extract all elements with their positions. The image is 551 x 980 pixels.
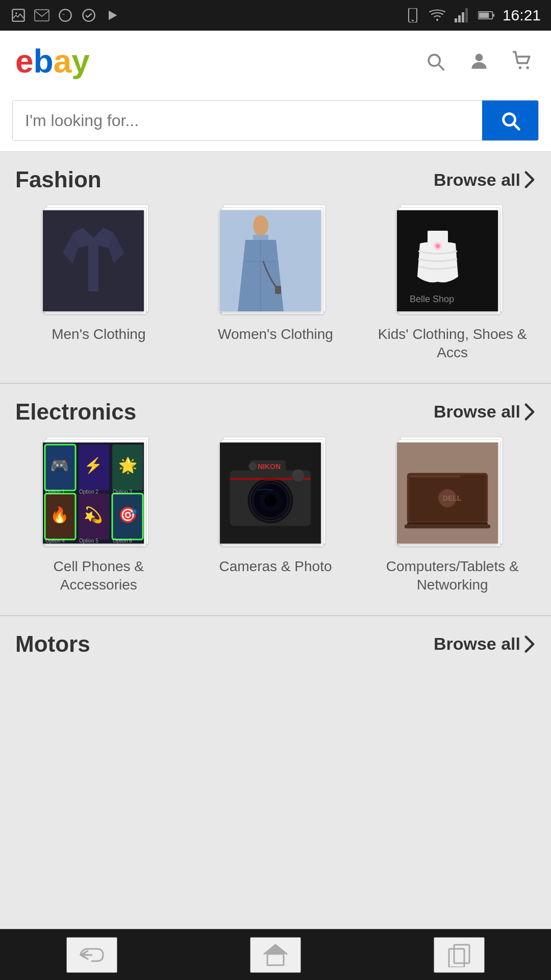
svg-point-71 [248, 462, 257, 470]
ebay-logo[interactable]: e b a y [15, 42, 90, 80]
motors-title: Motors [15, 631, 90, 657]
status-icons-left: " [10, 7, 120, 23]
recents-button[interactable] [434, 937, 485, 973]
svg-rect-10 [455, 18, 457, 22]
svg-text:Option 3: Option 3 [113, 489, 132, 495]
electronics-category-grid: 🎮 ⚡ 🌟 🔥 💫 🎯 Option 1 Option 2 Option 3 O… [0, 437, 551, 595]
cart-icon[interactable] [510, 48, 536, 74]
svg-text:🎯: 🎯 [118, 506, 138, 524]
search-input[interactable] [13, 101, 482, 140]
svg-text:💫: 💫 [84, 506, 103, 524]
category-cell-phones[interactable]: 🎮 ⚡ 🌟 🔥 💫 🎯 Option 1 Option 2 Option 3 O… [10, 437, 187, 595]
electronics-section-header: Electronics Browse all [0, 399, 551, 425]
svg-rect-29 [253, 235, 268, 240]
svg-rect-2 [35, 10, 49, 21]
svg-rect-16 [479, 13, 489, 18]
mens-shirt-image [43, 210, 144, 311]
motors-section-header: Motors Browse all [0, 631, 551, 657]
play-status-icon [104, 7, 120, 23]
phone-status-icon [405, 7, 421, 23]
quote-status-icon: " [57, 7, 73, 23]
svg-text:DELL: DELL [443, 494, 462, 502]
electronics-title: Electronics [15, 399, 136, 425]
bottom-nav [0, 929, 551, 980]
svg-text:Option 6: Option 6 [113, 538, 132, 544]
fashion-title: Fashion [15, 167, 102, 192]
svg-text:Option 5: Option 5 [79, 538, 98, 544]
cell-phones-stack: 🎮 ⚡ 🌟 🔥 💫 🎯 Option 1 Option 2 Option 3 O… [42, 437, 155, 549]
gmail-status-icon [34, 7, 50, 23]
electronics-section: Electronics Browse all [0, 384, 551, 610]
app-bar: e b a y [0, 31, 551, 92]
category-mens-clothing[interactable]: Men's Clothing [10, 205, 187, 362]
svg-text:🎮: 🎮 [50, 456, 69, 475]
svg-rect-82 [449, 949, 464, 967]
svg-rect-79 [405, 524, 490, 528]
cameras-label: Cameras & Photo [219, 557, 332, 576]
svg-point-1 [15, 12, 17, 14]
fashion-section: Fashion Browse all [0, 152, 551, 378]
search-container [0, 92, 551, 152]
svg-text:Belle Shop: Belle Shop [410, 294, 454, 304]
svg-point-70 [292, 469, 305, 481]
signal-status-icon [454, 7, 470, 23]
computers-stack: DELL [396, 437, 509, 549]
fashion-browse-all[interactable]: Browse all [434, 170, 536, 190]
womens-dress-image [220, 210, 321, 311]
search-button[interactable] [482, 101, 538, 140]
logo-a: a [54, 42, 72, 80]
search-bar[interactable] [12, 100, 539, 141]
status-bar: " [0, 0, 551, 31]
svg-marker-6 [109, 11, 117, 20]
laptop-image: DELL [397, 443, 498, 544]
svg-point-17 [475, 54, 483, 61]
svg-rect-12 [462, 12, 464, 22]
home-button[interactable] [250, 937, 301, 973]
svg-point-3 [59, 9, 71, 21]
motors-browse-all[interactable]: Browse all [434, 634, 536, 654]
svg-text:Option 1: Option 1 [45, 489, 65, 495]
battery-status-icon [478, 7, 494, 23]
svg-text:🔥: 🔥 [50, 506, 69, 524]
category-womens-clothing[interactable]: Women's Clothing [187, 205, 364, 362]
svg-text:🌟: 🌟 [118, 456, 138, 475]
app-bar-icons [422, 48, 536, 74]
kids-clothing-label: Kids' Clothing, Shoes & Accs [369, 325, 536, 362]
logo-y: y [71, 42, 90, 80]
category-kids-clothing[interactable]: Belle Shop Kids' Clothing, Shoes & Accs [364, 205, 541, 362]
cameras-stack: NIKON [219, 437, 332, 549]
svg-rect-0 [12, 9, 24, 21]
category-cameras[interactable]: NIKON [187, 437, 364, 595]
svg-text:": " [62, 12, 64, 19]
svg-rect-11 [458, 15, 461, 22]
kids-clothing-stack: Belle Shop [396, 205, 509, 317]
user-icon[interactable] [466, 48, 492, 74]
svg-rect-15 [493, 14, 494, 16]
svg-text:Option 2: Option 2 [79, 489, 98, 495]
womens-clothing-label: Women's Clothing [218, 325, 333, 344]
back-button[interactable] [66, 937, 117, 973]
mens-clothing-stack [42, 205, 155, 317]
logo-b: b [34, 42, 54, 80]
svg-point-37 [436, 244, 440, 248]
svg-text:NIKON: NIKON [258, 462, 281, 471]
womens-clothing-stack [219, 205, 332, 317]
kids-dress-image: Belle Shop [397, 210, 498, 311]
search-icon[interactable] [422, 48, 448, 74]
fashion-section-header: Fashion Browse all [0, 167, 551, 192]
computers-label: Computers/Tablets & Networking [369, 557, 536, 595]
cell-phones-label: Cell Phones & Accessories [15, 557, 182, 595]
svg-rect-80 [267, 954, 284, 965]
camera-image: NIKON [220, 443, 321, 544]
svg-point-28 [253, 215, 268, 236]
svg-point-19 [526, 66, 529, 69]
category-computers[interactable]: DELL Computers/Tablets & Networking [364, 437, 541, 595]
electronics-browse-all[interactable]: Browse all [434, 402, 536, 422]
phones-image: 🎮 ⚡ 🌟 🔥 💫 🎯 Option 1 Option 2 Option 3 O… [43, 443, 144, 544]
svg-rect-35 [428, 231, 448, 243]
svg-rect-77 [409, 475, 460, 477]
svg-point-18 [519, 66, 522, 69]
status-time: 16:21 [503, 7, 541, 24]
check-status-icon [81, 7, 97, 23]
image-status-icon [10, 7, 27, 23]
